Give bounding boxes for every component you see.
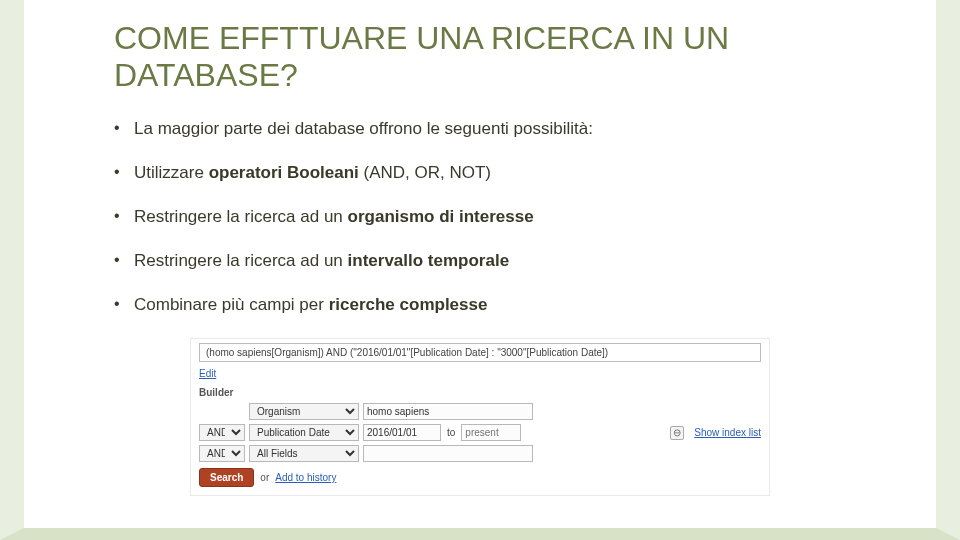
slide-content: COME EFFTTUARE UNA RICERCA IN UN DATABAS… [24, 0, 936, 496]
date-to-input[interactable] [461, 424, 521, 441]
to-label: to [445, 427, 457, 438]
bullet-2-a: Utilizzare [134, 163, 209, 182]
field-select-1[interactable]: Organism [249, 403, 359, 420]
builder-row-1: Organism [199, 403, 761, 420]
show-index-link[interactable]: Show index list [694, 427, 761, 438]
term-input-3[interactable] [363, 445, 533, 462]
search-row: Search or Add to history [199, 468, 761, 487]
or-text: or [260, 472, 269, 483]
add-to-history-link[interactable]: Add to history [275, 472, 336, 483]
date-from-input[interactable] [363, 424, 441, 441]
builder-row-2: AND Publication Date to ⊖ Show index lis… [199, 424, 761, 441]
bullet-2: Utilizzare operatori Booleani (AND, OR, … [114, 162, 846, 184]
field-select-2[interactable]: Publication Date [249, 424, 359, 441]
remove-row-icon[interactable]: ⊖ [670, 426, 684, 440]
builder-label: Builder [199, 387, 761, 398]
bullet-3: Restringere la ricerca ad un organismo d… [114, 206, 846, 228]
slide: COME EFFTTUARE UNA RICERCA IN UN DATABAS… [0, 0, 960, 540]
query-box[interactable]: (homo sapiens[Organism]) AND ("2016/01/0… [199, 343, 761, 362]
field-select-3[interactable]: All Fields [249, 445, 359, 462]
operator-select-3[interactable]: AND [199, 445, 245, 462]
term-input-1[interactable] [363, 403, 533, 420]
bullet-list: La maggior parte dei database offrono le… [114, 118, 846, 316]
bullet-1-text: La maggior parte dei database offrono le… [134, 119, 593, 138]
bullet-4-a: Restringere la ricerca ad un [134, 251, 348, 270]
bullet-4: Restringere la ricerca ad un intervallo … [114, 250, 846, 272]
slide-title: COME EFFTTUARE UNA RICERCA IN UN DATABAS… [114, 20, 846, 94]
bullet-5-bold: ricerche complesse [329, 295, 488, 314]
search-builder-screenshot: (homo sapiens[Organism]) AND ("2016/01/0… [190, 338, 770, 496]
bullet-4-bold: intervallo temporale [348, 251, 510, 270]
bullet-5-a: Combinare più campi per [134, 295, 329, 314]
bullet-1: La maggior parte dei database offrono le… [114, 118, 846, 140]
bullet-5: Combinare più campi per ricerche comples… [114, 294, 846, 316]
bullet-2-c: (AND, OR, NOT) [359, 163, 491, 182]
operator-select-2[interactable]: AND [199, 424, 245, 441]
bullet-3-a: Restringere la ricerca ad un [134, 207, 348, 226]
search-button[interactable]: Search [199, 468, 254, 487]
bullet-3-bold: organismo di interesse [348, 207, 534, 226]
edit-link[interactable]: Edit [199, 368, 216, 379]
bullet-2-bold: operatori Booleani [209, 163, 359, 182]
builder-row-3: AND All Fields [199, 445, 761, 462]
